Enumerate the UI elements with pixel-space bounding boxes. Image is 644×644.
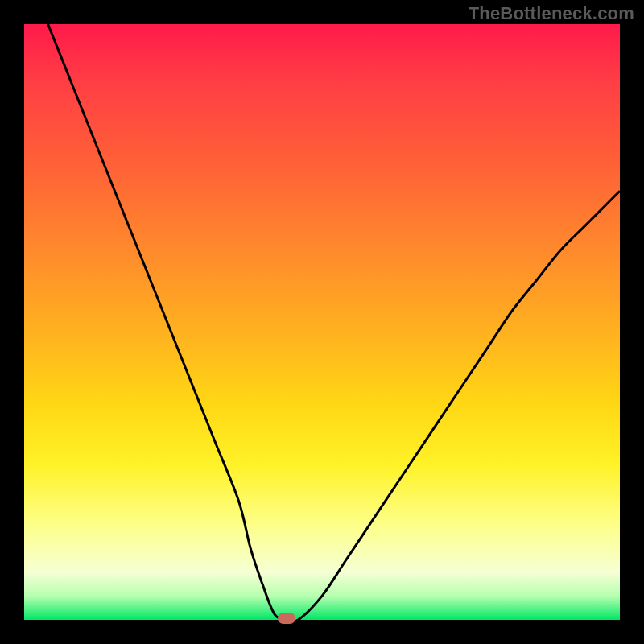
chart-frame: TheBottleneck.com: [0, 0, 644, 644]
plot-area: [24, 24, 620, 620]
watermark-text: TheBottleneck.com: [469, 3, 634, 24]
curve-path: [48, 24, 620, 621]
bottleneck-curve: [24, 24, 620, 620]
bottleneck-marker: [278, 613, 295, 624]
